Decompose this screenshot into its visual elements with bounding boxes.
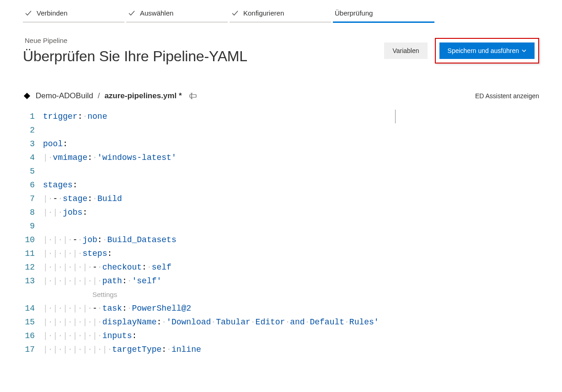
code-line[interactable]: |·|·|·-·job:·Build_Datasets xyxy=(43,233,562,247)
code-line[interactable]: |·|·|·|·|·|·displayName:·'Download·Tabul… xyxy=(43,315,562,329)
save-and-run-button[interactable]: Speichern und ausführen xyxy=(439,42,535,59)
gutter-line-number: 12 xyxy=(23,260,35,274)
code-line[interactable]: trigger:·none xyxy=(43,110,562,123)
yaml-editor[interactable]: 1234567891011121314151617 trigger:·nonep… xyxy=(0,105,562,356)
code-line[interactable] xyxy=(43,123,562,137)
gutter-line-number: 17 xyxy=(23,343,35,356)
code-line[interactable]: |·|·|·|·|·-·checkout:·self xyxy=(43,260,562,274)
step-select[interactable]: Auswählen xyxy=(126,9,228,23)
code-line[interactable]: |·vmimage:·'windows-latest' xyxy=(43,151,562,164)
breadcrumb-file: azure-pipelines.yml * xyxy=(104,91,182,101)
gutter-line-number: 15 xyxy=(23,315,35,329)
code-line[interactable] xyxy=(43,219,562,233)
wizard-stepper: Verbinden Auswählen Konfigurieren Überpr… xyxy=(0,0,562,23)
code-line[interactable] xyxy=(43,164,562,178)
gutter-line-number: 16 xyxy=(23,329,35,343)
chevron-down-icon xyxy=(522,48,526,53)
settings-code-lens[interactable]: Settings xyxy=(92,288,117,302)
page-title: Überprüfen Sie Ihre Pipeline-YAML xyxy=(23,48,247,65)
step-label: Auswählen xyxy=(140,9,173,17)
step-label: Überprüfung xyxy=(335,9,373,17)
code-line[interactable]: pool: xyxy=(43,137,562,151)
step-label: Konfigurieren xyxy=(243,9,284,17)
breadcrumb-repo[interactable]: Demo-ADOBuild xyxy=(36,91,93,101)
repo-icon xyxy=(21,90,32,101)
step-connect[interactable]: Verbinden xyxy=(23,9,124,23)
check-icon xyxy=(25,10,32,17)
code-line[interactable]: |·|·|·|·|·|·|·targetType:·inline xyxy=(43,343,562,356)
gutter-line-number: 8 xyxy=(23,206,35,219)
page-subtitle: Neue Pipeline xyxy=(23,37,247,44)
page-header: Neue Pipeline Überprüfen Sie Ihre Pipeli… xyxy=(0,23,562,73)
code-line[interactable]: |·|·jobs: xyxy=(43,206,562,219)
gutter-line-number: 1 xyxy=(23,110,35,123)
code-line[interactable]: |·|·|·|·steps: xyxy=(43,247,562,260)
step-label: Verbinden xyxy=(37,9,68,17)
svg-rect-1 xyxy=(190,95,196,97)
gutter-line-number: 13 xyxy=(23,274,35,288)
code-line[interactable]: stages: xyxy=(43,178,562,192)
editor-code[interactable]: trigger:·nonepool:|·vmimage:·'windows-la… xyxy=(43,110,562,356)
rename-icon[interactable] xyxy=(189,92,197,100)
save-run-label: Speichern und ausführen xyxy=(448,47,519,54)
variables-button[interactable]: Variablen xyxy=(384,42,427,59)
check-icon xyxy=(231,10,239,17)
step-configure[interactable]: Konfigurieren xyxy=(230,9,331,23)
editor-gutter: 1234567891011121314151617 xyxy=(23,110,43,356)
gutter-line-number: 9 xyxy=(23,219,35,233)
save-run-highlight: Speichern und ausführen xyxy=(435,38,539,64)
breadcrumb-separator: / xyxy=(98,91,100,101)
step-review[interactable]: Überprüfung xyxy=(333,9,434,23)
code-line[interactable]: |·-·stage:·Build xyxy=(43,192,562,206)
gutter-line-number: 7 xyxy=(23,192,35,206)
svg-rect-0 xyxy=(24,93,30,99)
gutter-line-number: 11 xyxy=(23,247,35,260)
gutter-line-number: 5 xyxy=(23,164,35,178)
file-breadcrumb-row: Demo-ADOBuild / azure-pipelines.yml * ED… xyxy=(0,73,562,105)
gutter-line-number: 6 xyxy=(23,178,35,192)
gutter-line-number: 2 xyxy=(23,123,35,137)
gutter-line-number: 3 xyxy=(23,137,35,151)
gutter-line-number: 14 xyxy=(23,302,35,315)
code-line[interactable]: |·|·|·|·|·|·inputs: xyxy=(43,329,562,343)
gutter-line-number: 4 xyxy=(23,151,35,164)
code-line[interactable]: |·|·|·|·|·-·task:·PowerShell@2 xyxy=(43,302,562,315)
code-line[interactable]: |·|·|·|·|·|·path:·'self' xyxy=(43,274,562,288)
gutter-line-number: 10 xyxy=(23,233,35,247)
show-assistant-link[interactable]: ED Assistent anzeigen xyxy=(475,92,539,100)
check-icon xyxy=(128,10,135,17)
file-breadcrumb: Demo-ADOBuild / azure-pipelines.yml * xyxy=(23,91,197,101)
